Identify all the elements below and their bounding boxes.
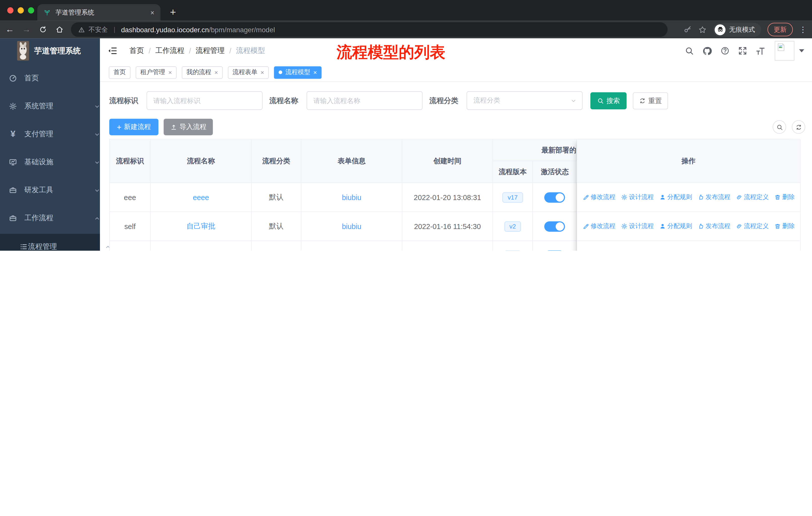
browser-tab[interactable]: 芋道管理系统 × (37, 4, 161, 21)
chevron-down-icon (94, 187, 100, 194)
action-publish-model[interactable]: 发布流程 (697, 193, 730, 201)
user-avatar[interactable] (775, 41, 794, 61)
action-edit-model[interactable]: 修改流程 (582, 193, 616, 201)
minimize-window-button[interactable] (18, 7, 24, 13)
forward-button[interactable]: → (20, 21, 33, 38)
form-link[interactable]: biubiu (342, 193, 361, 201)
breadcrumb-process-management[interactable]: 流程管理 (196, 46, 225, 55)
help-icon[interactable] (720, 46, 730, 55)
sidebar-item-label: 首页 (24, 74, 39, 83)
tag-my-process[interactable]: 我的流程× (182, 66, 223, 78)
action-design-model[interactable]: 设计流程 (621, 193, 654, 201)
github-icon[interactable] (702, 46, 712, 56)
cell-created: 2022-01-20 13:08:31 (403, 183, 493, 212)
action-assign-rule[interactable]: 分配规则 (659, 193, 692, 201)
version-badge[interactable]: v17 (502, 192, 523, 202)
url-host[interactable]: dashboard.yudao.iocoder.cn (121, 26, 209, 33)
reload-button[interactable] (36, 21, 50, 38)
breadcrumb: 首页 / 工作流程 / 流程管理 / 流程模型 (129, 38, 265, 63)
chrome-update-button[interactable]: 更新 (767, 23, 793, 36)
action-design-model[interactable]: 设计流程 (621, 222, 654, 231)
home-button[interactable] (53, 21, 66, 38)
close-icon[interactable]: × (168, 69, 172, 76)
action-process-definition[interactable]: 流程定义 (736, 193, 769, 201)
tag-tenant[interactable]: 租户管理× (136, 66, 177, 78)
sidebar-item-payment[interactable]: ¥ 支付管理 (0, 120, 109, 148)
close-icon[interactable]: × (261, 69, 264, 76)
import-button-label: 导入流程 (179, 123, 206, 132)
fullscreen-icon[interactable] (738, 46, 747, 55)
refresh-table-button[interactable] (792, 120, 805, 134)
action-process-definition[interactable]: 流程定义 (736, 222, 769, 231)
incognito-label: 无痕模式 (729, 25, 755, 34)
incognito-badge: 无痕模式 (713, 22, 761, 36)
sidebar-item-infrastructure[interactable]: 基础设施 (0, 148, 109, 176)
address-bar[interactable]: 不安全 | dashboard.yudao.iocoder.cn/bpm/man… (71, 22, 668, 37)
version-badge[interactable]: v5 (504, 250, 521, 251)
action-delete-model[interactable]: 删除 (774, 222, 794, 231)
zoom-window-button[interactable] (28, 7, 34, 13)
upload-icon (170, 124, 177, 131)
sidebar-item-system[interactable]: 系统管理 (0, 92, 109, 120)
operations-row: 修改流程 设计流程 分配规则 发布流程 流程定义 删除 (577, 212, 800, 241)
cell-form: biubiu (301, 212, 402, 241)
model-key-input[interactable] (146, 91, 263, 110)
search-icon[interactable] (685, 46, 694, 55)
new-tab-button[interactable]: + (166, 5, 180, 19)
key-icon[interactable] (684, 25, 692, 34)
tag-label: 首页 (114, 68, 126, 77)
tag-process-form[interactable]: 流程表单× (228, 66, 269, 78)
reset-button[interactable]: 重置 (633, 92, 668, 109)
sidebar-item-devtools[interactable]: 研发工具 (0, 176, 109, 204)
category-select[interactable]: 流程分类 (467, 91, 583, 110)
active-toggle[interactable] (544, 192, 565, 202)
tag-label: 流程表单 (233, 68, 258, 77)
sidebar-item-home[interactable]: 首页 (0, 64, 109, 92)
close-icon[interactable]: × (313, 69, 317, 76)
close-window-button[interactable] (7, 7, 13, 13)
avatar-caret-down-icon[interactable] (799, 49, 805, 52)
tab-close-icon[interactable]: × (150, 8, 154, 17)
tag-home[interactable]: 首页 (109, 66, 130, 78)
tag-process-model-active[interactable]: 流程模型× (274, 66, 321, 78)
version-badge[interactable]: v2 (504, 221, 521, 231)
close-icon[interactable]: × (214, 69, 218, 76)
action-publish-model[interactable]: 发布流程 (697, 222, 730, 231)
operations-fixed-column: 操作 修改流程 设计流程 分配规则 发布流程 流程定义 删除 修改流程 设计流程… (577, 139, 801, 251)
action-delete-model[interactable]: 删除 (774, 193, 794, 201)
font-size-icon[interactable] (756, 46, 765, 56)
import-model-button[interactable]: 导入流程 (164, 119, 213, 135)
sidebar-fold-icon[interactable] (107, 46, 118, 56)
active-toggle[interactable] (544, 221, 565, 231)
browser-menu-icon[interactable]: ⋮ (799, 25, 807, 34)
show-search-toggle-button[interactable] (773, 120, 786, 134)
active-toggle[interactable] (544, 250, 565, 251)
model-name-link[interactable]: 自己审批 (186, 222, 215, 231)
breadcrumb-separator: / (189, 47, 191, 55)
gear-icon (9, 102, 17, 110)
url-path[interactable]: /bpm/manager/model (209, 26, 275, 33)
sidebar-item-workflow[interactable]: 工作流程 (0, 204, 109, 232)
action-assign-rule[interactable]: 分配规则 (659, 222, 692, 231)
window-controls[interactable] (7, 7, 34, 13)
refresh-icon (795, 124, 802, 131)
breadcrumb-workflow[interactable]: 工作流程 (155, 46, 184, 55)
toggle-knob (556, 193, 564, 201)
tag-label: 我的流程 (186, 68, 211, 77)
form-link[interactable]: biubiu (342, 222, 361, 230)
cell-status (533, 183, 577, 212)
security-label[interactable]: 不安全 (89, 25, 108, 34)
action-edit-model[interactable]: 修改流程 (582, 222, 616, 231)
model-name-input[interactable] (307, 91, 423, 110)
breadcrumb-home[interactable]: 首页 (129, 46, 144, 55)
model-name-link[interactable]: eeee (193, 193, 209, 201)
app-logo-avatar (17, 41, 29, 61)
tab-title: 芋道管理系统 (55, 8, 94, 17)
search-button[interactable]: 搜索 (590, 92, 627, 109)
toggle-knob (556, 222, 564, 230)
sidebar-item-process-management[interactable]: 流程管理 (0, 234, 120, 251)
cell-key: oa_leave (110, 241, 151, 251)
create-model-button[interactable]: + 新建流程 (109, 119, 158, 135)
back-button[interactable]: ← (3, 21, 17, 38)
bookmark-star-icon[interactable] (698, 25, 707, 34)
